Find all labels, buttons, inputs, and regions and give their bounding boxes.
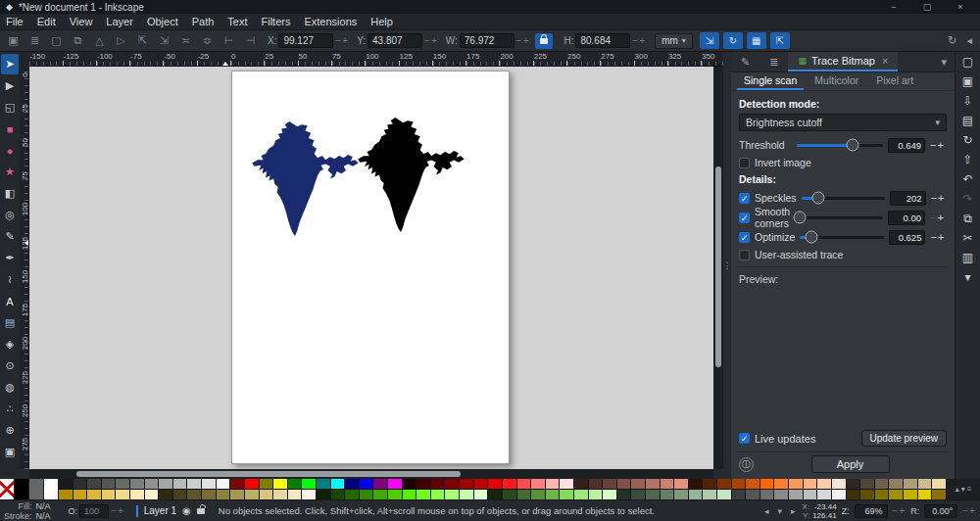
india-map-black[interactable] [357, 118, 466, 233]
box3d-tool[interactable]: ◧ [1, 183, 19, 204]
cut-icon[interactable]: ✂ [962, 232, 972, 245]
palette-swatch[interactable] [302, 490, 317, 500]
menu-object[interactable]: Object [147, 16, 178, 27]
palette-swatch[interactable] [403, 479, 417, 490]
command-icon-11[interactable]: ⊣ [241, 34, 260, 47]
close-tab-icon[interactable]: × [882, 55, 888, 67]
palette-swatch[interactable] [373, 490, 388, 500]
palette-swatch[interactable] [87, 490, 102, 500]
palette-swatch[interactable] [388, 479, 403, 490]
palette-swatch[interactable] [603, 479, 617, 490]
live-updates-checkbox[interactable]: ✓ [739, 433, 750, 444]
palette-swatch[interactable] [546, 490, 561, 500]
palette-swatch[interactable] [717, 490, 732, 500]
palette-swatch[interactable] [230, 479, 245, 490]
menu-help[interactable]: Help [370, 16, 393, 27]
dock-tab-objects[interactable]: ≣ [760, 52, 788, 71]
palette-swatch[interactable] [904, 490, 918, 500]
spray-tool[interactable]: ∴ [1, 399, 19, 419]
palette-swatch[interactable] [860, 490, 875, 500]
palette-swatch[interactable] [817, 490, 832, 500]
menu-extensions[interactable]: Extensions [304, 16, 357, 27]
print-icon[interactable]: ▤ [962, 115, 973, 127]
palette-swatch[interactable] [661, 490, 675, 500]
speckles-slider[interactable] [802, 197, 885, 200]
palette-swatch[interactable] [574, 490, 589, 500]
tab-single-scan[interactable]: Single scan [737, 72, 804, 90]
palette-swatch[interactable] [631, 490, 646, 500]
palette-swatch[interactable] [15, 479, 28, 499]
palette-swatch[interactable] [932, 490, 947, 500]
plus-icon[interactable]: + [938, 192, 945, 204]
unit-dropdown[interactable]: mm▾ [655, 33, 693, 49]
palette-swatch[interactable] [817, 479, 832, 490]
palette-swatch[interactable] [760, 490, 775, 500]
palette-swatch[interactable] [159, 479, 173, 490]
palette-swatch[interactable] [631, 479, 646, 490]
minus-icon[interactable]: − [930, 231, 937, 243]
palette-swatch[interactable] [804, 490, 818, 500]
smooth-corners-stepper[interactable]: −+ [930, 212, 947, 223]
palette-swatch[interactable] [746, 479, 760, 490]
canvas[interactable] [29, 67, 713, 469]
command-icon-10[interactable]: ⊢ [220, 34, 238, 47]
palette-swatch[interactable] [360, 490, 374, 500]
palette-swatch[interactable] [416, 490, 431, 500]
prev-message-icon[interactable]: ◂ [762, 506, 771, 516]
ruler-corner[interactable] [20, 52, 29, 67]
palette-swatch[interactable] [617, 479, 632, 490]
palette-swatch[interactable] [431, 479, 446, 490]
height-field[interactable]: 80.684 [575, 33, 630, 48]
palette-swatch[interactable] [689, 479, 704, 490]
y-field[interactable]: 43.807 [368, 33, 422, 48]
palette-swatch[interactable] [804, 479, 818, 490]
tab-multicolor[interactable]: Multicolor [808, 72, 865, 90]
lock-ratio-button[interactable] [535, 33, 553, 49]
palette-swatch[interactable] [173, 490, 188, 500]
message-menu-icon[interactable]: ▾ [776, 506, 785, 516]
w-stepper[interactable]: −+ [516, 35, 530, 46]
vertical-scrollbar-thumb[interactable] [715, 166, 721, 367]
palette-swatch[interactable] [717, 479, 732, 490]
palette-swatch[interactable] [302, 479, 317, 490]
import-icon[interactable]: ⇩ [962, 95, 972, 108]
menu-view[interactable]: View [70, 16, 93, 27]
plus-icon[interactable]: + [938, 231, 945, 243]
pages-tool[interactable]: ▣ [1, 442, 19, 462]
command-icon-8[interactable]: ≍ [176, 34, 195, 47]
transform-toggle-1[interactable]: ↻ [723, 32, 743, 49]
transform-toggle-3[interactable]: ⇱ [770, 32, 790, 49]
optimize-value[interactable]: 0.625 [889, 230, 925, 245]
palette-swatch[interactable] [517, 490, 532, 500]
palette-swatch[interactable] [202, 479, 217, 490]
palette-swatch[interactable] [288, 490, 303, 500]
minimize-button[interactable]: − [880, 2, 907, 12]
palette-swatch[interactable] [889, 490, 904, 500]
palette-swatch[interactable] [503, 479, 517, 490]
palette-swatch[interactable] [360, 479, 374, 490]
palette-swatch[interactable] [460, 479, 474, 490]
star-tool[interactable]: ★ [1, 162, 19, 182]
text-tool[interactable]: A [1, 291, 19, 311]
command-icon-3[interactable]: ⧉ [69, 34, 87, 47]
palette-swatch[interactable] [847, 490, 861, 500]
palette-swatch[interactable] [116, 479, 130, 490]
dropper-tool[interactable]: ⊙ [1, 355, 19, 376]
spiral-tool[interactable]: ◎ [1, 205, 19, 225]
palette-swatch[interactable] [661, 479, 675, 490]
palette-swatch[interactable] [460, 490, 474, 500]
smooth-corners-slider[interactable] [797, 216, 883, 219]
palette-swatch[interactable] [130, 490, 145, 500]
palette-swatch[interactable] [260, 479, 274, 490]
palette-swatch[interactable] [44, 479, 58, 499]
palette-swatch[interactable] [488, 490, 503, 500]
palette-swatch[interactable] [273, 479, 288, 490]
x-stepper[interactable]: −+ [335, 35, 349, 46]
pencil-tool[interactable]: ✎ [1, 226, 19, 247]
palette-swatch[interactable] [860, 479, 875, 490]
optimize-slider[interactable] [800, 236, 884, 239]
command-icon-0[interactable]: ▣ [4, 34, 23, 47]
palette-swatch[interactable] [904, 479, 918, 490]
palette-swatch[interactable] [875, 490, 890, 500]
bucket-tool[interactable]: ◍ [1, 377, 19, 398]
